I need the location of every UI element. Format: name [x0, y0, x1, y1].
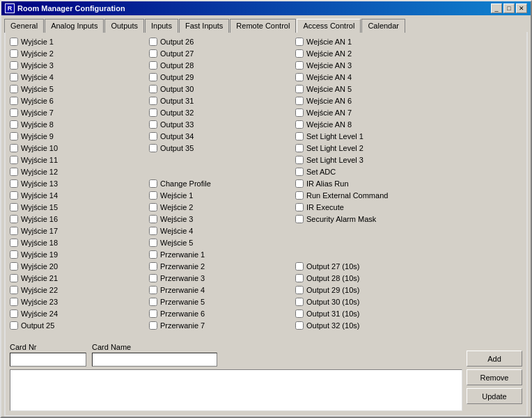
- checkbox-wejscie5-col2[interactable]: [149, 239, 157, 247]
- checkbox-output32[interactable]: [149, 108, 157, 117]
- tab-inputs[interactable]: Inputs: [145, 19, 178, 33]
- list-item: Wyjście 9: [10, 131, 149, 142]
- action-buttons-area: Add: [467, 351, 522, 367]
- checkbox-przerwanie3[interactable]: [149, 274, 157, 282]
- list-item: Wejście AN 3: [295, 60, 441, 71]
- list-item: Run External Command: [295, 190, 441, 201]
- spacer-row: [149, 166, 295, 177]
- checkbox-output29[interactable]: [149, 73, 157, 81]
- checkbox-przerwanie1[interactable]: [149, 250, 157, 259]
- checkbox-wyjscie6[interactable]: [10, 97, 18, 105]
- checkbox-wejscie3-col2[interactable]: [149, 215, 157, 223]
- checkbox-output35[interactable]: [149, 144, 157, 152]
- checkbox-wejscie-an2[interactable]: [295, 49, 304, 58]
- checkbox-wejscie-an3[interactable]: [295, 61, 304, 70]
- maximize-button[interactable]: □: [503, 3, 515, 13]
- checkbox-wejscie2-col2[interactable]: [149, 203, 157, 211]
- checkbox-przerwanie2[interactable]: [149, 262, 157, 271]
- checkbox-wyjscie11[interactable]: [10, 156, 18, 164]
- checkbox-wyjscie15[interactable]: [10, 203, 18, 211]
- checkbox-wyjscie14[interactable]: [10, 191, 18, 200]
- update-button[interactable]: Update: [467, 388, 522, 404]
- tab-analog-inputs[interactable]: Analog Inputs: [45, 19, 104, 33]
- tab-general[interactable]: General: [4, 19, 44, 33]
- checkbox-wyjscie24[interactable]: [10, 310, 18, 318]
- checkbox-wyjscie13[interactable]: [10, 179, 18, 188]
- checkbox-wejscie4-col2[interactable]: [149, 227, 157, 235]
- checkbox-wejscie-an4[interactable]: [295, 73, 304, 81]
- tab-calendar[interactable]: Calendar: [361, 19, 405, 33]
- remove-button[interactable]: Remove: [467, 369, 522, 385]
- tab-remote-control[interactable]: Remote Control: [230, 19, 296, 33]
- tab-outputs[interactable]: Outputs: [104, 19, 144, 33]
- tab-fast-inputs[interactable]: Fast Inputs: [179, 19, 229, 33]
- checkbox-wejscie-an6[interactable]: [295, 97, 304, 105]
- checkbox-wyjscie4[interactable]: [10, 73, 18, 81]
- checkbox-change-profile[interactable]: [149, 179, 157, 188]
- checkbox-wyjscie16[interactable]: [10, 215, 18, 223]
- checkbox-wyjscie22[interactable]: [10, 286, 18, 294]
- checkbox-output29-10s[interactable]: [295, 286, 304, 294]
- checkbox-wyjscie12[interactable]: [10, 168, 18, 176]
- checkbox-output27-10s[interactable]: [295, 262, 304, 271]
- checkbox-wejscie-an8[interactable]: [295, 120, 304, 129]
- checkbox-wejscie-an7[interactable]: [295, 108, 304, 117]
- checkbox-wyjscie3[interactable]: [10, 61, 18, 70]
- list-item: Przerwanie 6: [149, 308, 295, 319]
- checkbox-wyjscie8[interactable]: [10, 120, 18, 129]
- checkbox-przerwanie5[interactable]: [149, 298, 157, 306]
- checkbox-wyjscie19[interactable]: [10, 250, 18, 259]
- checkbox-run-external-command[interactable]: [295, 191, 304, 200]
- checkbox-set-light-level1[interactable]: [295, 132, 304, 140]
- checkbox-wyjscie1[interactable]: [10, 38, 18, 46]
- checkbox-wyjscie10[interactable]: [10, 144, 18, 152]
- list-item: Wejście 2: [149, 202, 295, 213]
- checkbox-wyjscie5[interactable]: [10, 85, 18, 93]
- card-list-box[interactable]: [10, 369, 462, 411]
- checkbox-set-adc[interactable]: [295, 168, 304, 176]
- checkbox-ir-alias-run[interactable]: [295, 179, 304, 188]
- card-name-input[interactable]: [92, 353, 217, 367]
- checkbox-output28-10s[interactable]: [295, 274, 304, 282]
- checkbox-output32-10s[interactable]: [295, 321, 304, 330]
- checkbox-wyjscie17[interactable]: [10, 227, 18, 235]
- checkbox-output33[interactable]: [149, 120, 157, 129]
- checkbox-output31[interactable]: [149, 97, 157, 105]
- list-item: Wyjście 14: [10, 190, 149, 201]
- checkbox-output31-10s[interactable]: [295, 310, 304, 318]
- spacer-row: [295, 237, 441, 248]
- checkbox-output28[interactable]: [149, 61, 157, 70]
- checkbox-wyjscie2[interactable]: [10, 49, 18, 58]
- checkbox-output30[interactable]: [149, 85, 157, 93]
- checkbox-set-light-level2[interactable]: [295, 144, 304, 152]
- checkbox-wyjscie18[interactable]: [10, 239, 18, 247]
- list-item: Output 27 (10s): [295, 261, 441, 272]
- checkbox-output25[interactable]: [10, 321, 18, 330]
- checkbox-output27[interactable]: [149, 49, 157, 58]
- add-button[interactable]: Add: [467, 351, 522, 367]
- checkbox-ir-execute[interactable]: [295, 203, 304, 211]
- checkbox-przerwanie6[interactable]: [149, 310, 157, 318]
- list-item: Output 30: [149, 83, 295, 95]
- card-nr-input[interactable]: [10, 353, 86, 367]
- minimize-button[interactable]: _: [491, 3, 502, 13]
- tab-access-control[interactable]: Access Control: [297, 19, 361, 33]
- checkbox-wejscie1-col2[interactable]: [149, 191, 157, 200]
- checkbox-set-light-level3[interactable]: [295, 156, 304, 164]
- checkbox-wejscie-an5[interactable]: [295, 85, 304, 93]
- close-button[interactable]: ✕: [516, 3, 527, 13]
- checkbox-wyjscie21[interactable]: [10, 274, 18, 282]
- checkbox-przerwanie4[interactable]: [149, 286, 157, 294]
- checkbox-output30-10s[interactable]: [295, 298, 304, 306]
- list-item: Set Light Level 3: [295, 154, 441, 166]
- checkbox-wejscie-an1[interactable]: [295, 38, 304, 46]
- checkbox-output34[interactable]: [149, 132, 157, 140]
- checkbox-security-alarm-mask[interactable]: [295, 215, 304, 223]
- tab-bar: General Analog Inputs Outputs Inputs Fas…: [1, 15, 531, 32]
- checkbox-wyjscie7[interactable]: [10, 108, 18, 117]
- checkbox-przerwanie7[interactable]: [149, 321, 157, 330]
- checkbox-wyjscie9[interactable]: [10, 132, 18, 140]
- checkbox-output26[interactable]: [149, 38, 157, 46]
- checkbox-wyjscie20[interactable]: [10, 262, 18, 271]
- checkbox-wyjscie23[interactable]: [10, 298, 18, 306]
